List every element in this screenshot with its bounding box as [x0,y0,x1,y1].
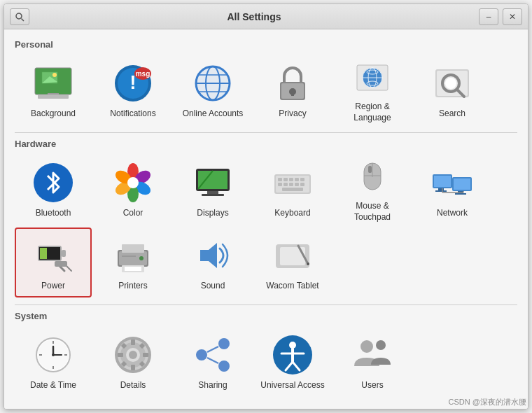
svg-rect-57 [300,178,304,181]
svg-rect-112 [131,340,135,345]
background-label: Background [31,108,76,120]
svg-rect-115 [143,353,148,357]
item-sharing[interactable]: Sharing [174,327,251,397]
sharing-icon [190,332,235,377]
details-icon [111,332,155,377]
item-printers[interactable]: Printers [94,227,172,298]
svg-point-7 [52,73,57,77]
item-date-time[interactable]: Date & Time [15,327,92,397]
svg-rect-84 [40,248,47,259]
displays-label: Displays [197,208,228,219]
system-grid: Date & Time [15,327,517,397]
online-accounts-label: Online Accounts [183,108,244,120]
svg-point-37 [445,78,456,89]
personal-hardware-divider [15,132,517,133]
svg-line-125 [207,346,218,352]
minimize-button[interactable]: – [479,8,498,25]
item-wacom-tablet[interactable]: Wacom Tablet [254,227,331,298]
network-icon [430,160,475,205]
item-bluetooth[interactable]: Bluetooth [15,155,92,225]
titlebar: All Settings – ✕ [4,4,528,29]
sound-icon [190,233,235,278]
network-label: Network [437,208,468,219]
power-label: Power [41,281,65,292]
item-power[interactable]: Power [15,227,92,298]
item-universal-access[interactable]: Universal Access [254,327,331,397]
svg-rect-71 [438,188,444,190]
color-icon [111,160,155,205]
svg-rect-59 [284,183,288,186]
users-label: Users [361,380,383,391]
search-button[interactable] [10,8,29,25]
hardware-system-divider [15,304,517,305]
wacom-tablet-icon [270,233,315,278]
svg-rect-54 [284,178,288,181]
svg-rect-82 [62,250,66,257]
date-time-label: Date & Time [30,380,76,391]
item-keyboard[interactable]: Keyboard [254,155,331,225]
svg-rect-70 [434,176,451,187]
item-region-language[interactable]: Region & Language [334,55,411,125]
window-controls: – ✕ [479,8,522,25]
item-users[interactable]: Users [334,327,411,397]
item-mouse-touchpad[interactable]: Mouse & Touchpad [334,155,411,225]
users-icon [350,332,395,377]
svg-point-0 [16,13,22,19]
item-displays[interactable]: Displays [174,155,251,225]
item-search[interactable]: Search [414,55,491,125]
svg-rect-62 [300,183,304,186]
svg-text:msg: msg [136,70,150,78]
svg-point-93 [139,256,144,260]
universal-access-label: Universal Access [260,380,324,391]
svg-point-121 [129,351,137,359]
close-button[interactable]: ✕ [503,8,522,25]
keyboard-label: Keyboard [274,208,310,219]
svg-rect-76 [455,193,466,195]
svg-rect-8 [38,94,69,99]
svg-point-108 [52,354,55,356]
search-icon [430,61,475,106]
region-language-icon [350,57,395,99]
svg-rect-94 [122,255,136,257]
item-sound[interactable]: Sound [174,227,251,298]
item-color[interactable]: Color [94,155,172,225]
svg-rect-24 [291,92,294,96]
item-details[interactable]: Details [94,327,172,397]
personal-grid: Background ! msg Notifications [15,55,517,125]
sound-label: Sound [201,281,225,292]
svg-rect-90 [122,244,144,253]
svg-rect-61 [295,183,299,186]
svg-rect-47 [198,171,227,189]
printers-icon [111,233,155,278]
svg-rect-58 [278,183,282,186]
item-network[interactable]: Network [414,155,491,225]
section-personal-label: Personal [15,39,517,50]
window-title: All Settings [29,11,479,22]
mouse-touchpad-label: Mouse & Touchpad [338,201,407,223]
printers-label: Printers [118,281,147,292]
item-online-accounts[interactable]: Online Accounts [174,55,251,125]
displays-icon [190,160,235,205]
privacy-label: Privacy [279,108,306,120]
svg-rect-74 [454,178,470,190]
svg-rect-53 [278,178,282,181]
notifications-label: Notifications [110,108,155,120]
online-accounts-icon [190,61,235,106]
item-background[interactable]: Background [15,55,92,125]
search-label: Search [439,108,465,120]
svg-rect-72 [435,190,447,192]
svg-point-20 [196,66,230,100]
svg-point-124 [218,360,230,372]
item-notifications[interactable]: ! msg Notifications [94,55,172,125]
section-hardware-label: Hardware [15,139,517,149]
item-privacy[interactable]: Privacy [254,55,331,125]
svg-rect-56 [295,178,299,181]
settings-content: Personal Background [4,29,528,409]
mouse-touchpad-icon [350,156,395,198]
color-label: Color [123,208,144,219]
svg-line-126 [207,358,218,363]
wacom-tablet-label: Wacom Tablet [266,281,318,292]
settings-window: All Settings – ✕ Personal [4,4,528,410]
notifications-icon: ! msg [111,61,155,106]
svg-point-122 [196,349,207,360]
